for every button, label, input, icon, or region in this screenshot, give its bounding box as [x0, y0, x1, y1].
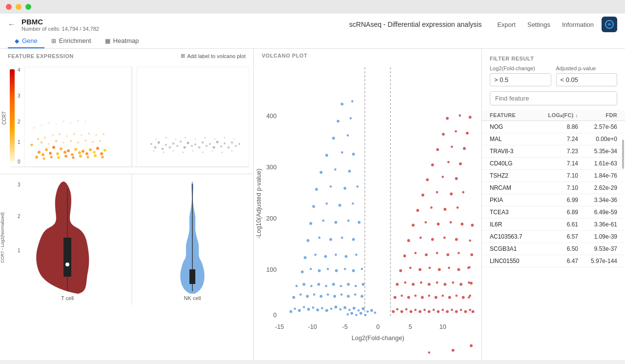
svg-point-74 [194, 143, 196, 145]
tab-heatmap[interactable]: ▦ Heatmap [98, 34, 146, 48]
svg-point-104 [173, 150, 174, 152]
back-button[interactable]: ← [8, 20, 16, 29]
svg-point-303 [441, 176, 444, 178]
svg-point-216 [332, 137, 335, 140]
svg-text:5: 5 [409, 323, 412, 330]
svg-point-231 [396, 308, 398, 311]
svg-point-322 [469, 240, 471, 242]
svg-point-157 [292, 296, 295, 299]
svg-text:Log2(Fold-change): Log2(Fold-change) [352, 334, 404, 342]
svg-rect-117 [63, 238, 71, 277]
svg-point-208 [343, 187, 346, 190]
svg-point-180 [318, 269, 321, 272]
gene-name: NOG [490, 123, 539, 130]
svg-point-319 [470, 282, 473, 284]
svg-rect-1 [10, 69, 15, 162]
table-row[interactable]: LINC01550 6.47 5.97e-144 [482, 255, 625, 267]
svg-point-249 [401, 295, 403, 297]
close-button[interactable] [6, 4, 12, 10]
svg-point-179 [310, 268, 312, 270]
svg-point-218 [337, 120, 340, 122]
svg-text:100: 100 [266, 266, 276, 273]
add-label-button[interactable]: ⊞ Add label to volcano plot [181, 53, 246, 59]
export-button[interactable]: Export [493, 19, 520, 30]
svg-point-201 [358, 221, 361, 224]
table-row[interactable]: PKIA 6.99 3.34e-36 [482, 194, 625, 206]
svg-point-230 [392, 310, 395, 313]
svg-point-324 [470, 344, 473, 347]
svg-point-81 [154, 146, 157, 149]
svg-point-146 [316, 308, 319, 311]
filter-result-title: FILTER RESULT [490, 56, 534, 61]
fdr-value: 1.84e-76 [578, 172, 617, 179]
svg-point-274 [438, 268, 441, 271]
svg-point-150 [334, 305, 337, 308]
svg-point-16 [74, 148, 77, 151]
svg-text:CCR7: CCR7 [1, 111, 7, 125]
svg-point-46 [84, 140, 86, 142]
svg-point-204 [338, 204, 341, 207]
col-fc-header: LOG₂(FC) ↓ [539, 112, 578, 119]
tab-enrichment[interactable]: ⊞ Enrichment [44, 34, 98, 48]
fdr-value: 1.09e-39 [578, 233, 617, 240]
svg-point-177 [362, 283, 365, 286]
col-fdr-header: FDR [578, 112, 617, 119]
svg-point-257 [455, 295, 458, 297]
fc-value: 7.10 [539, 184, 578, 191]
scrollbar-thumb[interactable] [622, 140, 624, 169]
table-row[interactable]: MAL 7.24 0.00e+0 [482, 133, 625, 145]
find-feature-input[interactable] [490, 91, 617, 105]
fc-value: 7.24 [539, 136, 578, 142]
svg-point-217 [347, 134, 349, 137]
svg-point-223 [370, 309, 373, 312]
svg-point-234 [410, 310, 413, 313]
svg-point-176 [354, 285, 357, 287]
svg-point-287 [443, 237, 446, 239]
svg-point-36 [79, 155, 82, 158]
table-row[interactable]: IL6R 6.61 3.36e-61 [482, 219, 625, 231]
svg-point-276 [457, 268, 460, 271]
svg-point-96 [185, 137, 187, 139]
svg-point-284 [407, 239, 410, 242]
svg-point-263 [420, 282, 422, 284]
svg-point-209 [356, 185, 359, 188]
tab-gene[interactable]: ◆ Gene [8, 34, 44, 48]
add-label-icon: ⊞ [181, 53, 185, 59]
svg-rect-8 [24, 67, 132, 167]
svg-point-306 [447, 161, 450, 163]
table-row[interactable]: SCGB3A1 6.50 9.53e-37 [482, 243, 625, 255]
fdr-value: 3.36e-61 [578, 221, 617, 228]
svg-point-304 [455, 177, 458, 180]
table-row[interactable]: NRCAM 7.10 2.62e-29 [482, 182, 625, 194]
svg-point-155 [357, 309, 360, 312]
table-row[interactable]: TSHZ2 7.10 1.84e-76 [482, 170, 625, 182]
fold-change-input[interactable] [490, 73, 551, 86]
svg-point-161 [320, 295, 323, 298]
svg-point-15 [67, 149, 70, 152]
svg-point-275 [448, 267, 450, 269]
fc-value: 6.50 [539, 245, 578, 252]
table-row[interactable]: NOG 8.86 2.57e-56 [482, 121, 625, 133]
information-button[interactable]: Information [558, 19, 598, 30]
table-row[interactable]: TRAV8-3 7.23 5.35e-34 [482, 145, 625, 158]
svg-point-286 [431, 238, 434, 241]
maximize-button[interactable] [25, 4, 31, 10]
table-row[interactable]: CD40LG 7.14 1.61e-63 [482, 158, 625, 170]
pvalue-input[interactable] [556, 73, 618, 86]
svg-point-183 [344, 268, 346, 270]
gene-name: IL6R [490, 221, 539, 228]
svg-point-60 [33, 127, 35, 129]
svg-point-206 [315, 188, 318, 191]
svg-point-262 [412, 283, 415, 286]
pvalue-label: Adjusted p-value [556, 65, 618, 71]
titlebar [0, 0, 625, 14]
header: ← PBMC Number of cells: 14,794 / 34,782 … [0, 14, 625, 49]
table-row[interactable]: AC103563.7 6.57 1.09e-39 [482, 231, 625, 243]
table-row[interactable]: TCEA3 6.89 6.49e-59 [482, 206, 625, 219]
settings-button[interactable]: Settings [523, 19, 554, 30]
minimize-button[interactable] [16, 4, 21, 10]
svg-point-309 [451, 145, 453, 148]
svg-point-321 [470, 253, 473, 256]
svg-point-66 [77, 120, 79, 121]
svg-point-202 [312, 205, 315, 208]
